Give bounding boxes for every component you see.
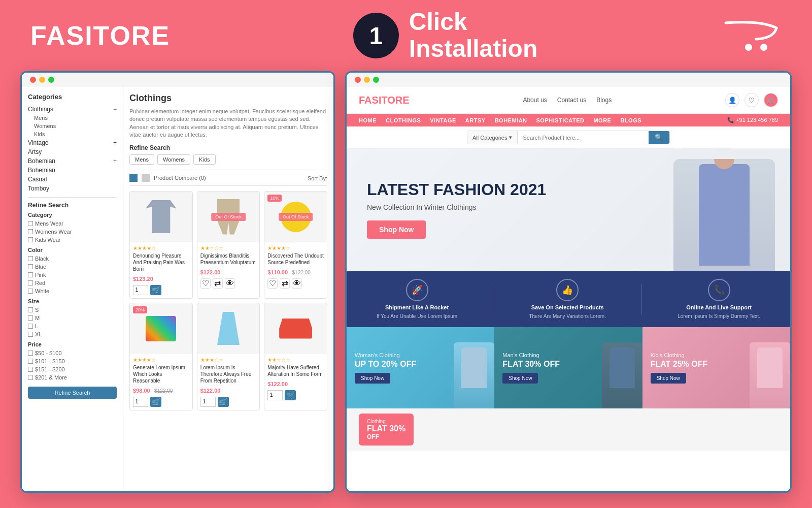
filter-womens-wear[interactable]: Womens Wear: [28, 228, 117, 236]
menu-more[interactable]: MORE: [593, 117, 611, 123]
out-of-stock-3: Out Of Stock: [279, 213, 313, 221]
sidebar-bohemian[interactable]: Bohemian+: [28, 156, 117, 166]
qty-input-4[interactable]: [133, 397, 148, 407]
search-input[interactable]: [518, 131, 649, 144]
filter-white[interactable]: White: [28, 287, 117, 295]
product-area: Clothings Pulvinar elementum integer eni…: [123, 87, 333, 490]
compare-3[interactable]: ⇄: [280, 278, 290, 289]
menu-vintage[interactable]: VINTAGE: [430, 117, 456, 123]
nav-about[interactable]: About us: [523, 97, 547, 104]
filter-blue[interactable]: Blue: [28, 263, 117, 271]
dot-green-right: [373, 77, 379, 83]
cart-icon[interactable]: 🛒: [764, 93, 778, 107]
filter-m[interactable]: M: [28, 314, 117, 322]
filter-red[interactable]: Red: [28, 279, 117, 287]
product-actions-4[interactable]: 🛒: [133, 397, 189, 407]
wishlist-3[interactable]: ♡: [267, 278, 278, 289]
menu-bohemian[interactable]: BOHEMIAN: [495, 117, 527, 123]
header-banner: FASITORE 1 Click Installation: [0, 0, 812, 71]
add-to-cart-1[interactable]: 🛒: [150, 285, 161, 295]
filter-kids-wear[interactable]: Kids Wear: [28, 236, 117, 244]
add-to-cart-4[interactable]: 🛒: [150, 397, 161, 407]
promo-category-kids: Kid's Clothing: [651, 352, 708, 358]
tag-mens[interactable]: Mens: [129, 154, 154, 165]
tag-kids[interactable]: Kids: [193, 154, 215, 165]
product-actions-6[interactable]: 🛒: [267, 390, 324, 400]
sidebar-clothings[interactable]: Clothings −: [28, 105, 117, 114]
refine-search-button[interactable]: Refine Search: [28, 387, 117, 399]
filter-black[interactable]: Black: [28, 255, 117, 263]
filter-xl[interactable]: XL: [28, 330, 117, 338]
sidebar-kids[interactable]: Kids: [28, 130, 117, 138]
menu-clothings[interactable]: CLOTHINGS: [386, 117, 421, 123]
filter-price4[interactable]: $201 & More: [28, 373, 117, 382]
product-price-6: $122.00: [267, 381, 288, 387]
product-image-6: [264, 303, 327, 354]
sidebar-casual[interactable]: Casual: [28, 175, 117, 184]
store-search-bar: All Categories ▾ 🔍: [347, 126, 790, 149]
menu-home[interactable]: HOME: [359, 117, 377, 123]
user-icon[interactable]: 👤: [725, 93, 739, 107]
nav-blogs[interactable]: Blogs: [596, 97, 612, 104]
sidebar-artsy[interactable]: Artsy: [28, 147, 117, 156]
product-actions-3[interactable]: ♡ ⇄ 👁: [267, 278, 324, 289]
product-actions-2[interactable]: ♡ ⇄ 👁: [200, 278, 257, 289]
view-2[interactable]: 👁: [225, 278, 235, 289]
dot-yellow: [39, 77, 45, 83]
wishlist-2[interactable]: ♡: [200, 278, 211, 289]
dot-green: [48, 77, 54, 83]
compare-2[interactable]: ⇄: [213, 278, 223, 289]
add-to-cart-5[interactable]: 🛒: [218, 397, 229, 407]
qty-input-1[interactable]: [133, 285, 148, 295]
feature-2: 👍 Save On Selected Products There Are Ma…: [529, 279, 606, 319]
product-actions-5[interactable]: 🛒: [200, 397, 257, 407]
menu-artsy[interactable]: ARTSY: [465, 117, 486, 123]
filter-l[interactable]: L: [28, 322, 117, 330]
add-to-cart-6[interactable]: 🛒: [285, 390, 296, 400]
promo-card-mens: Man's Clothing FLAT 30% OFF Shop Now: [494, 327, 642, 408]
filter-mens-wear[interactable]: Mens Wear: [28, 219, 117, 228]
wishlist-icon[interactable]: ♡: [745, 93, 759, 107]
sidebar-vintage[interactable]: Vintage+: [28, 138, 117, 147]
nav-contact[interactable]: Contact us: [557, 97, 586, 104]
menu-sophisticated[interactable]: SOPHISTICATED: [536, 117, 585, 123]
promo-btn-womens[interactable]: Shop Now: [355, 373, 390, 384]
product-name-3: Discovered The Undoubt Source Predefined: [267, 252, 324, 266]
tag-womens[interactable]: Womens: [157, 154, 190, 165]
promo-btn-mens[interactable]: Shop Now: [502, 373, 538, 384]
feature-subtitle-3: Lorem Ipsum Is Simply Dummy Text.: [678, 313, 760, 319]
install-text: Click Installation: [409, 9, 537, 62]
product-badge-3: 10%: [267, 195, 282, 202]
filter-price3[interactable]: $151 - $200: [28, 365, 117, 373]
product-actions-1[interactable]: 🛒: [133, 285, 189, 295]
cart-svg: [721, 15, 782, 56]
sidebar-mens[interactable]: Mens: [28, 114, 117, 122]
grid-view-icon[interactable]: [129, 174, 138, 182]
product-stars-6: ★★☆☆☆: [267, 357, 324, 363]
filter-pink[interactable]: Pink: [28, 271, 117, 279]
refine-search-title: Refine Search: [28, 202, 117, 209]
refine-tags: Mens Womens Kids: [129, 154, 327, 165]
product-card-1: ★★★★☆ Denouncing Pleasure And Praising P…: [129, 191, 193, 299]
sidebar-sophisticated[interactable]: Bohemian: [28, 166, 117, 175]
qty-input-5[interactable]: [200, 397, 216, 407]
product-image-4: 20%: [130, 303, 192, 354]
price-filter-title: Price: [28, 341, 117, 347]
qty-input-6[interactable]: [267, 390, 283, 400]
product-old-price-4: $122.00: [154, 388, 173, 394]
refine-label: Refine Search: [129, 144, 327, 151]
filter-s[interactable]: S: [28, 306, 117, 314]
search-button[interactable]: 🔍: [649, 131, 669, 144]
menu-blogs[interactable]: BLOGS: [620, 117, 641, 123]
sidebar-womens[interactable]: Womens: [28, 122, 117, 130]
promo-btn-kids[interactable]: Shop Now: [651, 373, 686, 384]
view-3[interactable]: 👁: [292, 278, 302, 289]
filter-price1[interactable]: $50 - $100: [28, 349, 117, 357]
filter-price2[interactable]: $101 - $150: [28, 357, 117, 365]
list-view-icon[interactable]: [142, 174, 150, 182]
hero-section: LATEST FASHION 2021 New Collection In Wi…: [347, 149, 790, 271]
search-category-dropdown[interactable]: All Categories ▾: [467, 131, 518, 144]
shop-now-button[interactable]: Shop Now: [367, 220, 426, 239]
product-card-3: 10% Out Of Stock ★★★★☆ Discovered The Un…: [264, 191, 327, 299]
sidebar-tomboy[interactable]: Tomboy: [28, 184, 117, 193]
